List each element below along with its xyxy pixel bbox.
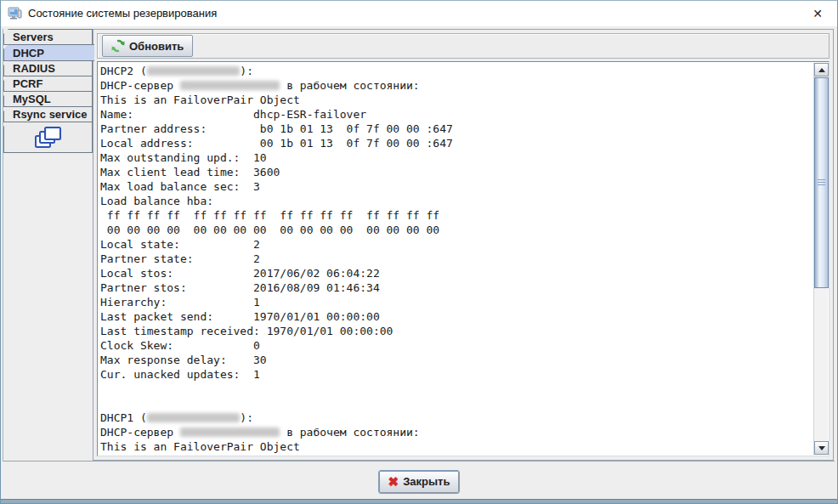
console-line: Local state: 2 [100,237,811,252]
scroll-down-button[interactable] [814,441,829,455]
console-line: Load balance hba: [100,194,811,208]
console-line: Max response delay: 30 [100,353,811,367]
tab-label: Rsync service [13,108,87,121]
console-output: DHCP2 ():DHCP-сервер в рабочем состоянии… [100,64,811,454]
tab-servers[interactable]: Servers [3,29,93,45]
console-line: Max outstanding upd.: 10 [100,150,811,165]
arrow-down-icon [818,446,825,450]
console-line: Max load balance sec: 3 [100,179,811,194]
arrow-up-icon [818,68,825,72]
app-window: Состояние системы резервирования ✕ Serve… [0,0,838,504]
console-line [100,382,811,396]
footer-panel: ✖ Закрыть [1,464,837,499]
dhcp-tab-content: Обновить DHCP2 ():DHCP-сервер в рабочем … [93,29,834,461]
console-line: Cur. unacked updates: 1 [100,367,811,382]
console-line: DHCP1 (): [100,411,811,425]
tab-list: ServersDHCPRADIUSPCRFMySQLRsync service [3,29,94,153]
console-line: DHCP-сервер в рабочем состоянии: [100,425,811,439]
console-line: Name: dhcp-ESR-failover [100,107,811,122]
redacted-ip [180,81,280,90]
close-x-icon: ✖ [388,476,399,488]
redacted-ip [147,413,241,422]
console-line: Partner state: 2 [100,252,811,266]
console-line: 00 00 00 00 00 00 00 00 00 00 00 00 00 0… [100,223,811,237]
tab-label: PCRF [13,77,42,90]
tab-radius[interactable]: RADIUS [3,60,93,76]
tab-cascade[interactable] [3,122,93,153]
console-line: Partner stos: 2016/08/09 01:46:34 [100,280,811,295]
tab-dhcp[interactable]: DHCP [3,44,94,61]
console-line: DHCP-сервер в рабочем состоянии: [100,78,811,93]
window-close-icon[interactable]: ✕ [798,1,837,26]
tab-mysql[interactable]: MySQL [3,91,93,107]
console-line: This is an FailoverPair Object [100,439,811,454]
refresh-button[interactable]: Обновить [102,35,193,57]
tab-rsync-service[interactable]: Rsync service [3,106,93,122]
scroll-up-button[interactable] [814,63,829,76]
console-line: Clock Skew: 0 [100,338,811,353]
console-line: This is an FailoverPair Object [100,93,811,107]
scrollbar-thumb[interactable] [814,77,829,288]
console-line: Last timestamp received: 1970/01/01 00:0… [100,324,811,338]
toolbar: Обновить [97,33,830,59]
console-line: DHCP2 (): [100,64,811,78]
redacted-ip [180,428,280,437]
console-line: Local stos: 2017/06/02 06:04:22 [100,266,811,280]
titlebar: Состояние системы резервирования ✕ [1,1,837,26]
cascade-windows-icon [34,125,63,150]
tab-label: MySQL [13,93,51,105]
vertical-scrollbar[interactable] [813,63,828,455]
window-bottom-edge [1,499,837,503]
tab-label: RADIUS [13,62,55,75]
console-line: Partner address: b0 1b 01 13 0f 7f 00 00… [100,122,811,136]
redacted-ip [147,66,241,76]
close-button-label: Закрыть [403,475,450,488]
window-title: Состояние системы резервирования [28,1,217,26]
console-line: ff ff ff ff ff ff ff ff ff ff ff ff ff f… [100,208,811,223]
refresh-icon [111,39,125,53]
tab-pcrf[interactable]: PCRF [3,76,93,92]
console-panel: DHCP2 ():DHCP-сервер в рабочем состоянии… [97,61,830,456]
console-line [100,396,811,411]
console-line: Local address: 00 1b 01 13 0f 7f 00 00 :… [100,136,811,150]
tab-label: Servers [13,31,54,43]
close-button[interactable]: ✖ Закрыть [379,471,460,493]
tab-label: DHCP [13,47,44,59]
console-line: Max client lead time: 3600 [100,165,811,179]
app-icon [8,7,22,20]
refresh-button-label: Обновить [129,40,184,53]
console-line: Last packet send: 1970/01/01 00:00:00 [100,309,811,324]
console-line: Hierarchy: 1 [100,295,811,309]
